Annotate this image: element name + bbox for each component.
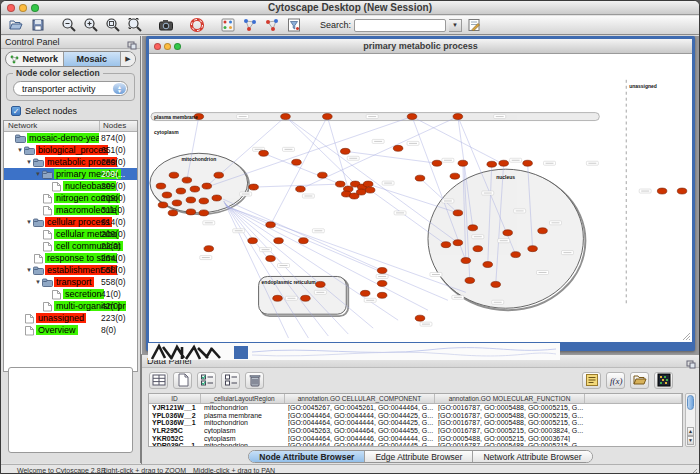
tab-node-attribute-browser[interactable]: Node Attribute Browser [249, 451, 365, 462]
network-node[interactable] [468, 225, 478, 231]
network-node[interactable] [214, 172, 224, 178]
network-node[interactable] [259, 150, 269, 156]
network-node[interactable] [190, 186, 200, 192]
network-node[interactable] [158, 202, 168, 208]
select-attributes-button[interactable] [197, 372, 216, 389]
zoom-out-button[interactable] [60, 17, 77, 33]
network-node[interactable] [318, 172, 328, 178]
tree-column-network[interactable]: Network [4, 121, 100, 131]
network-node[interactable] [299, 238, 309, 244]
tab-network[interactable]: Network [6, 52, 64, 66]
network-node[interactable] [441, 242, 451, 248]
node-color-dropdown[interactable]: transporter activity ▲▼ [13, 81, 128, 96]
window-resize-grip[interactable] [688, 467, 698, 474]
table-row[interactable]: YJR121W__1mitochondrion[GO:0045267, GO:0… [149, 404, 682, 412]
network-node[interactable] [483, 262, 493, 268]
tree-row[interactable]: ▼primary metabo209(... [4, 168, 137, 180]
table-column-header[interactable]: annotation.GO CELLULAR_COMPONENT [285, 394, 435, 403]
network-node[interactable] [657, 188, 667, 194]
network-node[interactable] [169, 172, 179, 178]
select-nodes-checkbox[interactable]: ✓ [11, 106, 21, 116]
network-view-titlebar[interactable]: primary metabolic process [149, 39, 692, 54]
zoom-in-button[interactable] [82, 17, 99, 33]
create-view-button[interactable] [263, 17, 280, 33]
minimize-window-button[interactable] [19, 4, 27, 12]
table-row[interactable]: YPL036W__1mitochondrion[GO:0044464, GO:0… [149, 419, 682, 427]
network-node[interactable] [453, 240, 463, 246]
scroll-down-button[interactable]: ▼ [687, 436, 694, 445]
tree-row[interactable]: mosaic-demo-yeast874(0) [4, 132, 137, 144]
unselect-attributes-button[interactable] [221, 372, 240, 389]
network-node[interactable] [458, 160, 468, 166]
close-view-button[interactable] [154, 43, 161, 50]
network-node[interactable] [281, 114, 291, 120]
network-node[interactable] [356, 189, 366, 195]
network-node[interactable] [511, 252, 521, 258]
tree-expander-icon[interactable]: ▼ [25, 159, 33, 165]
network-node[interactable] [360, 290, 370, 296]
open-folder-button[interactable] [7, 17, 24, 33]
network-node[interactable] [182, 177, 192, 183]
network-node[interactable] [528, 246, 538, 252]
network-node[interactable] [377, 268, 387, 274]
network-node[interactable] [186, 209, 196, 215]
tree-column-nodes[interactable]: Nodes [100, 121, 137, 131]
network-node[interactable] [168, 210, 178, 216]
network-node[interactable] [296, 186, 306, 192]
tree-expander-icon[interactable]: ▼ [25, 267, 33, 273]
network-canvas[interactable]: plasma membranecytoplasmmitochondrionnuc… [149, 54, 692, 342]
scroll-up-button[interactable]: ▲ [687, 427, 694, 436]
network-node[interactable] [273, 295, 283, 301]
table-column-header[interactable]: _cellularLayoutRegion [201, 394, 285, 403]
tree-row[interactable]: ▼metabolic process280(0) [4, 156, 137, 168]
minimize-view-button[interactable] [164, 43, 171, 50]
matrix-button[interactable] [654, 372, 673, 389]
table-row[interactable]: YKR052Ccytoplasm[GO:0044464, GO:0044446,… [149, 434, 682, 442]
function-builder-button[interactable]: f(x) [606, 372, 625, 389]
float-panel-icon[interactable] [127, 38, 137, 47]
network-node[interactable] [393, 145, 403, 151]
network-node[interactable] [340, 148, 350, 154]
tree-row[interactable]: ▼biological_process651(0) [4, 144, 137, 156]
tree-row[interactable]: cellular metabo209(0) [4, 228, 137, 240]
network-node[interactable] [415, 175, 425, 181]
network-node[interactable] [176, 188, 186, 194]
network-node[interactable] [266, 222, 276, 228]
scrollbar-thumb[interactable] [687, 395, 694, 410]
network-node[interactable] [461, 258, 471, 264]
view-resize-grip[interactable] [682, 332, 691, 341]
tab-overflow-button[interactable]: ▶ [121, 52, 135, 66]
attribute-grid-button[interactable] [149, 372, 168, 389]
tab-edge-attribute-browser[interactable]: Edge Attribute Browser [365, 451, 473, 462]
tree-row[interactable]: ▼establishment of lo558(0) [4, 264, 137, 276]
network-node[interactable] [407, 114, 417, 120]
zoom-view-button[interactable] [174, 43, 181, 50]
zoom-selected-button[interactable] [104, 17, 121, 33]
tab-network-attribute-browser[interactable]: Network Attribute Browser [473, 451, 591, 462]
table-column-header[interactable]: ID [149, 394, 201, 403]
table-scrollbar[interactable]: ▲ ▼ [685, 393, 696, 447]
zoom-fit-button[interactable] [126, 17, 143, 33]
legend-button[interactable] [582, 372, 601, 389]
network-node[interactable] [473, 246, 483, 252]
network-node[interactable] [266, 256, 276, 262]
search-options-button[interactable] [465, 17, 482, 33]
tree-row[interactable]: macromolecule311(0) [4, 204, 137, 216]
tree-row[interactable]: cell communicat22(0) [4, 240, 137, 252]
network-node[interactable] [453, 114, 463, 120]
tree-row[interactable]: multi-organism pro42(0) [4, 300, 137, 312]
network-node[interactable] [162, 192, 172, 198]
tree-expander-icon[interactable]: ▼ [34, 279, 42, 285]
save-button[interactable] [29, 17, 46, 33]
help-button[interactable] [188, 17, 205, 33]
network-node[interactable] [415, 315, 425, 321]
network-node[interactable] [199, 198, 209, 204]
network-node[interactable] [363, 181, 373, 187]
network-node[interactable] [487, 161, 497, 167]
network-node[interactable] [503, 230, 513, 236]
tree-row[interactable]: secretion41(0) [4, 288, 137, 300]
tree-row[interactable]: nucleobase-209(0) [4, 180, 137, 192]
tree-expander-icon[interactable]: ▼ [16, 147, 24, 153]
new-attribute-button[interactable] [173, 372, 192, 389]
table-column-header[interactable]: annotation.GO MOLECULAR_FUNCTION [435, 394, 585, 403]
